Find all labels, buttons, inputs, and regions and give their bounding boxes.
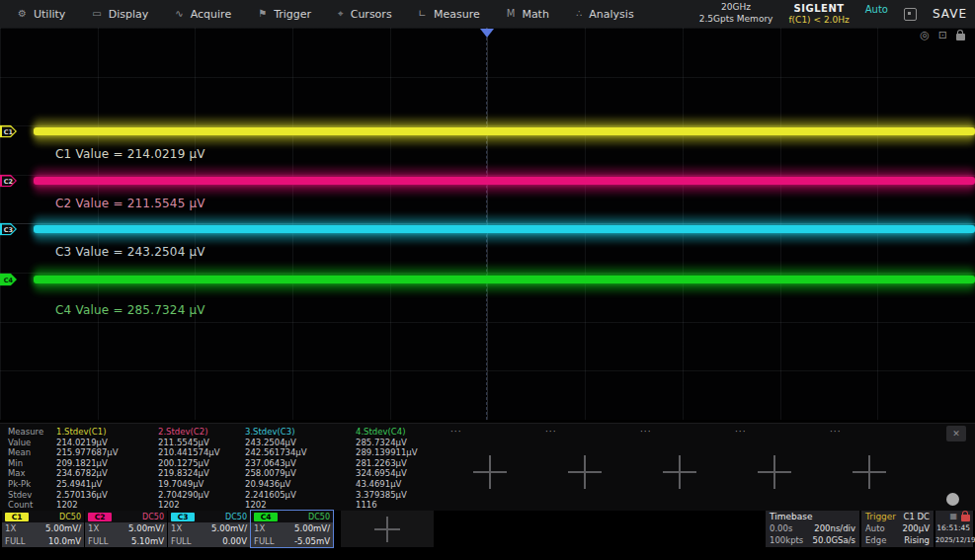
bandwidth-value: 20GHz	[699, 2, 773, 14]
save-button[interactable]: SAVE	[933, 7, 967, 21]
add-channel-box[interactable]	[341, 511, 434, 547]
c1-descriptor-box[interactable]: C1 DC50 1X 5.00mV/ FULL 10.0mV	[2, 511, 84, 547]
c3-bandwidth: FULL	[171, 536, 192, 546]
c2-chip: C2	[88, 513, 112, 521]
menu-label: Measure	[434, 8, 480, 21]
measure-column-c4: 4.Stdev(C4) 285.7324μV 289.139911μV 281.…	[356, 427, 418, 511]
c2-value-label: C2 Value = 211.5545 μV	[55, 197, 205, 210]
menu-display[interactable]: ▭ Display	[92, 8, 148, 21]
add-measure-button[interactable]	[663, 455, 696, 489]
cell-value: 243.2504μV	[245, 438, 307, 448]
menu-measure[interactable]: ∟ Measure	[419, 8, 480, 21]
math-icon: M	[507, 9, 516, 19]
more-options-icon[interactable]: ···	[443, 427, 537, 438]
cell-max: 219.8324μV	[158, 468, 220, 479]
c2-descriptor-box[interactable]: C2 DC50 1X 5.00mV/ FULL 5.10mV	[85, 511, 167, 547]
c3-value-label: C3 Value = 243.2504 μV	[55, 245, 205, 259]
more-options-icon[interactable]: ···	[537, 427, 632, 438]
close-icon[interactable]: ✕	[946, 426, 966, 441]
c4-descriptor-box[interactable]: C4 DC50 1X 5.00mV/ FULL -5.05mV	[251, 511, 333, 547]
c3-descriptor-box[interactable]: C3 DC50 1X 5.00mV/ FULL 0.00V	[168, 511, 250, 547]
cell-pkpk: 19.7049μV	[158, 479, 220, 490]
menu-items: ⚙ Utility ▭ Display ∿ Acquire ⚑ Trigger …	[0, 8, 661, 21]
menu-utility[interactable]: ⚙ Utility	[18, 8, 65, 21]
more-options-icon[interactable]: ···	[727, 427, 822, 438]
trigger-frequency: f(C1) < 2.0Hz	[788, 15, 849, 26]
c2-bandwidth: FULL	[88, 536, 109, 546]
c2-attenuation: 1X	[88, 523, 99, 533]
menu-label: Math	[522, 8, 549, 21]
menu-label: Analysis	[589, 8, 633, 21]
panel-drag-handle[interactable]	[946, 493, 959, 506]
cell-max: 258.0079μV	[245, 468, 307, 479]
clock-box[interactable]: ▦ 16:51:45 2025/12/19	[935, 511, 973, 547]
row-label: Measure	[8, 427, 43, 438]
add-measure-button[interactable]	[568, 455, 602, 489]
cell-stdev: 3.379385μV	[356, 490, 418, 501]
timebase-box[interactable]: Timebase 0.00s 200ns/div 100kpts 50.0GSa…	[766, 511, 859, 547]
cell-count: 1202	[158, 500, 220, 511]
lock-icon	[961, 515, 970, 521]
cell-count: 1202	[245, 500, 307, 511]
menu-cursors[interactable]: ⌖ Cursors	[338, 8, 392, 21]
c3-marker-label: C3	[4, 225, 13, 233]
add-measure-button[interactable]	[758, 455, 791, 489]
timebase-samplerate: 50.0GSa/s	[813, 535, 855, 545]
brand-block: SIGLENT f(C1) < 2.0Hz	[788, 3, 849, 26]
trigger-title: Trigger	[865, 512, 896, 521]
lock-icon[interactable]	[956, 34, 965, 40]
trigger-box[interactable]: Trigger C1 DC Auto 200μV Edge Rising	[861, 511, 934, 547]
measure-header-c3[interactable]: 3.Stdev(C3)	[245, 427, 307, 438]
bottom-status-bar: C1 DC50 1X 5.00mV/ FULL 10.0mV C2 DC50 1…	[0, 511, 975, 548]
cell-stdev: 2.570136μV	[56, 490, 119, 501]
menu-acquire[interactable]: ∿ Acquire	[175, 8, 231, 21]
cell-value: 211.5545μV	[158, 438, 220, 448]
menu-math[interactable]: M Math	[507, 8, 549, 21]
brand-logo: SIGLENT	[788, 3, 849, 15]
measure-header-c4[interactable]: 4.Stdev(C4)	[356, 427, 418, 438]
crosshair-icon: ⌖	[338, 9, 344, 19]
fullscreen-icon[interactable]: ⊡	[938, 30, 947, 40]
row-label: Max	[8, 468, 43, 479]
measure-header-c1[interactable]: 1.Stdev(C1)	[56, 427, 119, 438]
measure-header-c2[interactable]: 2.Stdev(C2)	[158, 427, 220, 438]
cell-value: 214.0219μV	[56, 438, 119, 448]
c3-chip: C3	[171, 513, 195, 521]
menu-analysis[interactable]: ∴ Analysis	[576, 8, 634, 21]
c1-offset: 10.0mV	[48, 536, 81, 546]
cell-max: 234.6782μV	[56, 468, 119, 479]
measure-column-c3: 3.Stdev(C3) 243.2504μV 242.561734μV 237.…	[245, 427, 307, 511]
c4-coupling: DC50	[308, 513, 330, 521]
c1-marker-label: C1	[4, 127, 13, 135]
screenshot-device-icon[interactable]	[904, 8, 917, 21]
measure-column-c2: 2.Stdev(C2) 211.5545μV 210.441574μV 200.…	[158, 427, 220, 511]
trigger-slope: Rising	[904, 535, 930, 545]
measure-panel: Measure Value Mean Min Max Pk-Pk Stdev C…	[0, 423, 975, 511]
c3-trace-core	[34, 225, 975, 233]
add-measure-button[interactable]	[853, 455, 886, 489]
more-options-icon[interactable]: ···	[632, 427, 727, 438]
add-measure-button[interactable]	[473, 455, 507, 489]
c4-trace	[34, 267, 975, 292]
more-options-icon[interactable]: ···	[822, 427, 917, 438]
trigger-source: C1 DC	[903, 512, 930, 521]
c1-attenuation: 1X	[5, 523, 16, 533]
c2-trace-core	[34, 177, 975, 185]
touch-grid-icon: ▦	[949, 513, 957, 520]
row-label: Min	[8, 458, 43, 469]
cell-mean: 242.561734μV	[245, 447, 307, 458]
ruler-icon: ∟	[419, 9, 427, 19]
measure-slot-empty: ···	[632, 427, 727, 508]
menu-trigger[interactable]: ⚑ Trigger	[258, 8, 311, 21]
c4-attenuation: 1X	[254, 523, 265, 533]
analysis-icon: ∴	[576, 9, 582, 19]
oscilloscope-screen: ⚙ Utility ▭ Display ∿ Acquire ⚑ Trigger …	[0, 0, 975, 560]
trigger-type: Edge	[865, 535, 886, 545]
trigger-position-marker[interactable]	[480, 29, 494, 38]
trigger-level: 200μV	[903, 523, 930, 533]
cell-count: 1202	[56, 500, 119, 511]
c4-marker-label: C4	[4, 276, 13, 283]
cell-pkpk: 20.9436μV	[245, 479, 307, 490]
record-icon[interactable]: ◎	[920, 30, 930, 40]
row-label: Pk-Pk	[8, 479, 43, 490]
